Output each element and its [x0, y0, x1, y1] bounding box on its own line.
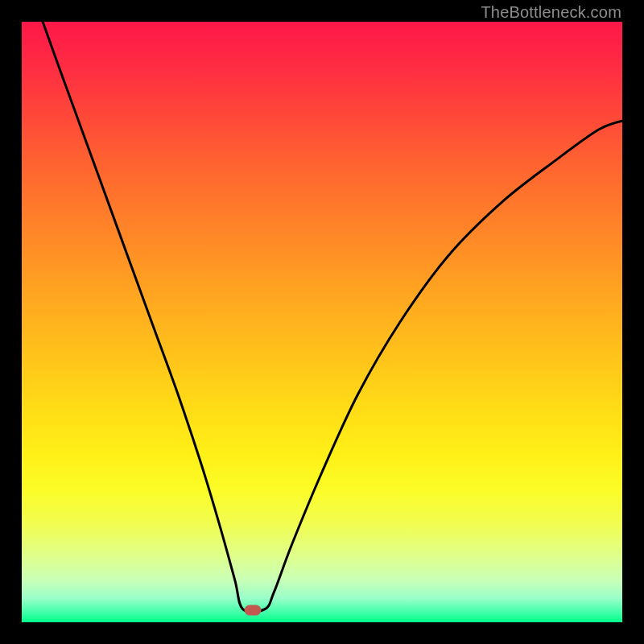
watermark-text: TheBottleneck.com [481, 3, 621, 22]
chart-frame: TheBottleneck.com [0, 0, 644, 644]
bottleneck-curve [22, 22, 622, 622]
plot-area [22, 22, 622, 622]
optimal-marker [245, 605, 262, 616]
